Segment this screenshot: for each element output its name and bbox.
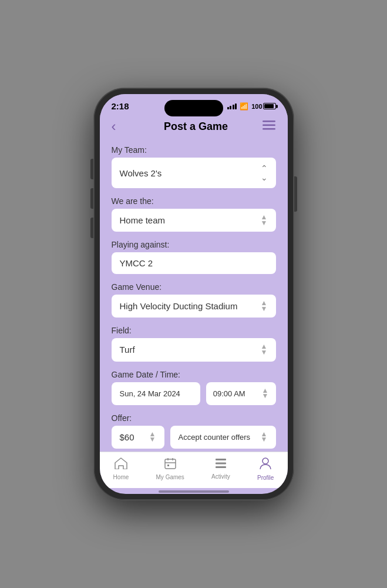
svg-point-8 xyxy=(263,458,268,464)
svg-rect-6 xyxy=(216,463,226,465)
tab-profile-label: Profile xyxy=(257,475,274,481)
dynamic-island xyxy=(164,100,223,116)
field-value: Turf xyxy=(120,345,135,355)
chevron-down-icon: ▲▼ xyxy=(261,215,268,226)
my-games-icon xyxy=(164,457,176,472)
game-datetime-field: Game Date / Time: Sun, 24 Mar 2024 09:00… xyxy=(112,370,276,405)
tab-profile[interactable]: Profile xyxy=(257,457,274,481)
chevron-updown-icon: ▲▼ xyxy=(261,344,268,355)
tab-bar: Home My Games Activity xyxy=(100,452,288,488)
svg-rect-2 xyxy=(263,128,275,130)
my-team-field: My Team: Wolves 2's ⌃⌄ xyxy=(112,145,276,188)
my-team-value: Wolves 2's xyxy=(120,168,162,178)
phone-frame: 2:18 📶 100 ‹ Post a Game xyxy=(94,88,294,500)
menu-icon xyxy=(263,121,275,130)
game-datetime-label: Game Date / Time: xyxy=(112,370,276,379)
game-venue-label: Game Venue: xyxy=(112,282,276,292)
date-value: Sun, 24 Mar 2024 xyxy=(120,389,180,398)
tab-home-label: Home xyxy=(113,474,129,480)
date-select[interactable]: Sun, 24 Mar 2024 xyxy=(112,382,200,405)
tab-home[interactable]: Home xyxy=(113,457,129,480)
chevron-updown-icon: ▲▼ xyxy=(261,300,268,312)
svg-rect-0 xyxy=(263,121,275,122)
page-title: Post a Game xyxy=(164,121,228,133)
time-select[interactable]: 09:00 AM ▲▼ xyxy=(206,382,276,405)
we-are-value: Home team xyxy=(120,215,166,225)
offer-counter-select[interactable]: Accept counter offers ▲▼ xyxy=(170,426,276,449)
activity-icon xyxy=(215,458,227,472)
offer-counter-value: Accept counter offers xyxy=(179,433,251,442)
chevron-updown-icon: ▲▼ xyxy=(149,432,156,443)
home-icon xyxy=(115,457,127,472)
offer-amount-value: $60 xyxy=(120,432,134,442)
my-team-select[interactable]: Wolves 2's ⌃⌄ xyxy=(112,158,276,188)
svg-rect-1 xyxy=(263,124,275,126)
back-button[interactable]: ‹ xyxy=(112,118,129,135)
my-team-label: My Team: xyxy=(112,145,276,155)
tab-activity-label: Activity xyxy=(211,473,230,480)
playing-against-input[interactable]: YMCC 2 xyxy=(112,252,276,274)
tab-my-games[interactable]: My Games xyxy=(156,457,184,480)
home-indicator xyxy=(159,490,229,493)
svg-rect-4 xyxy=(167,465,169,466)
chevron-updown-icon: ▲▼ xyxy=(261,432,268,443)
status-icons: 📶 100 xyxy=(227,102,276,111)
playing-against-field: Playing against: YMCC 2 xyxy=(112,240,276,274)
status-time: 2:18 xyxy=(112,101,129,111)
tab-my-games-label: My Games xyxy=(156,474,184,480)
form-content: My Team: Wolves 2's ⌃⌄ We are the: Home … xyxy=(100,141,288,452)
offer-field: Offer: $60 ▲▼ Accept counter offers ▲▼ xyxy=(112,413,276,449)
field-select[interactable]: Turf ▲▼ xyxy=(112,338,276,361)
we-are-field: We are the: Home team ▲▼ xyxy=(112,196,276,232)
chevron-down-icon: ⌃⌄ xyxy=(261,163,268,182)
tab-activity[interactable]: Activity xyxy=(211,458,230,480)
offer-label: Offer: xyxy=(112,413,276,423)
profile-icon xyxy=(260,457,271,473)
svg-rect-7 xyxy=(216,466,226,468)
playing-against-label: Playing against: xyxy=(112,240,276,249)
phone-screen: 2:18 📶 100 ‹ Post a Game xyxy=(100,94,288,494)
game-venue-field: Game Venue: High Velocity Ducting Stadiu… xyxy=(112,282,276,318)
svg-rect-5 xyxy=(216,459,226,460)
nav-header: ‹ Post a Game xyxy=(100,113,288,141)
wifi-icon: 📶 xyxy=(240,102,248,111)
field-field: Field: Turf ▲▼ xyxy=(112,326,276,361)
svg-rect-3 xyxy=(165,459,176,469)
battery-icon: 100 xyxy=(251,103,275,110)
game-venue-value: High Velocity Ducting Stadium xyxy=(120,301,238,311)
signal-icon xyxy=(227,103,237,109)
menu-button[interactable] xyxy=(263,121,275,133)
game-venue-select[interactable]: High Velocity Ducting Stadium ▲▼ xyxy=(112,295,276,318)
offer-amount-select[interactable]: $60 ▲▼ xyxy=(112,426,164,449)
we-are-select[interactable]: Home team ▲▼ xyxy=(112,209,276,232)
offer-row: $60 ▲▼ Accept counter offers ▲▼ xyxy=(112,426,276,449)
time-value: 09:00 AM xyxy=(213,389,245,398)
we-are-label: We are the: xyxy=(112,196,276,206)
field-label: Field: xyxy=(112,326,276,335)
datetime-row: Sun, 24 Mar 2024 09:00 AM ▲▼ xyxy=(112,382,276,405)
chevron-updown-icon: ▲▼ xyxy=(262,388,269,399)
